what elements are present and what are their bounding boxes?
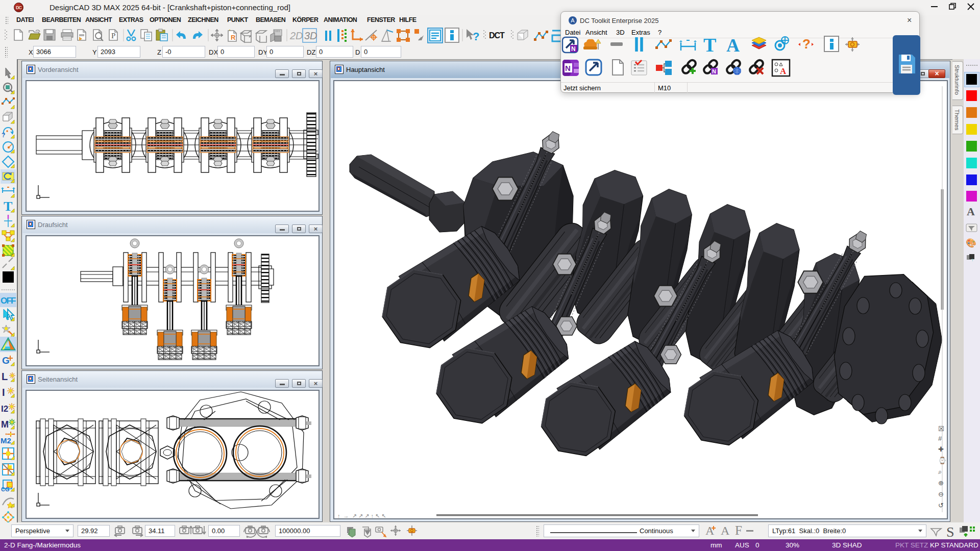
svg-text:T: T: [703, 35, 716, 56]
svg-text:T: T: [4, 199, 12, 214]
svg-text:R: R: [231, 34, 236, 41]
svg-text:A: A: [726, 35, 740, 56]
svg-text:⌚: ⌚: [938, 456, 947, 465]
svg-text:OFF: OFF: [1, 296, 16, 306]
svg-text:I2: I2: [1, 404, 8, 414]
svg-text:A: A: [721, 524, 730, 537]
svg-text:I: I: [2, 387, 5, 398]
svg-text:N: N: [571, 45, 576, 53]
svg-text:CG: CG: [1, 486, 10, 492]
svg-text:S: S: [946, 524, 954, 539]
svg-text:A: A: [705, 524, 715, 537]
svg-text:N: N: [565, 64, 571, 72]
svg-text:↑ → ↗ ↗ ↗ ↑ ↖ ↖: ↑ → ↗ ↗ ↗ ↑ ↖ ↖: [337, 513, 386, 518]
svg-text:↺: ↺: [938, 502, 944, 509]
svg-text:?: ?: [2, 132, 5, 139]
svg-text:☒: ☒: [938, 425, 944, 433]
svg-text:M2: M2: [1, 436, 11, 445]
svg-text:2D: 2D: [289, 30, 303, 41]
svg-text:⊕: ⊕: [938, 479, 944, 487]
svg-text:?: ?: [802, 36, 811, 52]
svg-text:A: A: [780, 66, 787, 76]
svg-text:F: F: [735, 524, 742, 537]
svg-text:#: #: [938, 435, 942, 442]
svg-text:N: N: [712, 68, 716, 74]
svg-text:P: P: [111, 32, 115, 40]
svg-text:G: G: [2, 355, 10, 366]
svg-text:M: M: [1, 419, 9, 430]
svg-text:3D: 3D: [304, 30, 317, 41]
svg-text:?: ?: [473, 30, 479, 43]
svg-text:✚: ✚: [938, 445, 944, 453]
svg-text:⊖: ⊖: [938, 490, 944, 498]
svg-text:⌕: ⌕: [938, 468, 942, 475]
svg-text:DCT: DCT: [489, 31, 505, 40]
svg-text:L: L: [2, 371, 8, 382]
